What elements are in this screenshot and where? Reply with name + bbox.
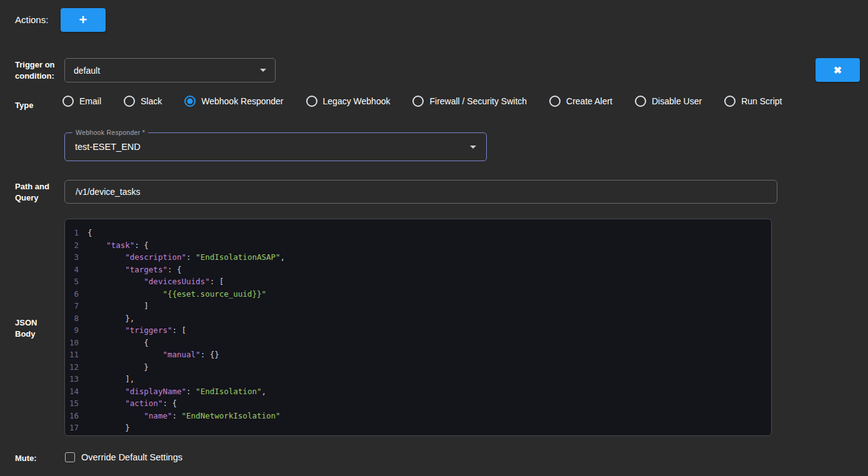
line-number: 18 (65, 434, 87, 437)
type-radio-option[interactable]: Run Script (724, 96, 782, 107)
line-content: "targets": { (87, 264, 182, 276)
line-content: } (87, 422, 130, 434)
radio-icon (124, 96, 135, 107)
line-number: 9 (65, 324, 87, 337)
type-radio-option[interactable]: Slack (124, 96, 162, 107)
line-content: "displayName": "EndIsolation", (87, 385, 266, 398)
type-radio-option[interactable]: Legacy Webhook (306, 96, 391, 107)
type-radio-label: Firewall / Security Switch (429, 96, 527, 106)
line-content: "description": "EndIsolationASAP", (87, 251, 285, 264)
radio-icon (62, 96, 74, 107)
line-number: 8 (65, 312, 87, 325)
line-number: 1 (65, 227, 87, 239)
line-number: 14 (65, 385, 87, 398)
override-default-settings-option[interactable]: Override Default Settings (65, 452, 182, 462)
line-content: "triggers": [ (87, 324, 186, 337)
line-content: "action": { (87, 397, 177, 410)
chevron-down-icon (260, 69, 266, 72)
line-number: 5 (65, 275, 87, 288)
webhook-responder-select[interactable]: Webhook Responder * test-ESET_END (64, 132, 487, 161)
line-content: "manual": {} (87, 349, 219, 361)
type-radio-option[interactable]: Email (62, 96, 101, 107)
type-radio-option[interactable]: Create Alert (549, 96, 612, 107)
code-line: 9 "triggers": [ (65, 324, 771, 337)
code-line: 12 } (65, 361, 771, 374)
type-radio-option[interactable]: Firewall / Security Switch (412, 96, 527, 107)
code-line: 4 "targets": { (65, 264, 771, 276)
code-line: 2 "task": { (65, 239, 771, 252)
line-content: "task": { (87, 239, 149, 252)
radio-icon (724, 96, 736, 107)
line-number: 11 (65, 349, 87, 361)
radio-icon (306, 96, 317, 107)
chevron-down-icon (470, 146, 476, 149)
code-line: 17 } (65, 422, 771, 434)
json-body-editor[interactable]: 1 { 2 "task": { 3 "description": "EndIso… (64, 219, 772, 436)
code-line: 15 "action": { (65, 397, 771, 410)
type-radio-option[interactable]: Disable User (635, 96, 702, 107)
trigger-condition-value: default (74, 66, 100, 76)
path-query-input[interactable] (64, 180, 777, 204)
code-line: 1 { (65, 227, 771, 239)
line-number: 10 (65, 337, 87, 349)
action-config-panel: { "colors": { "background": "#2b2b2b", "… (0, 0, 868, 476)
radio-icon (635, 96, 646, 107)
code-line: 13 ], (65, 373, 771, 385)
line-number: 7 (65, 300, 87, 312)
mute-label: Mute: (15, 453, 59, 464)
code-line: 18 } (65, 434, 771, 437)
type-radio-label: Disable User (652, 96, 702, 106)
radio-icon (412, 96, 424, 107)
line-content: }, (87, 312, 134, 325)
remove-action-button[interactable]: ✖ (816, 58, 860, 82)
line-content: { (87, 227, 92, 239)
radio-icon (184, 96, 196, 107)
code-line: 6 "{{eset.source_uuid}}" (65, 288, 771, 300)
line-content: "devicesUuids": [ (87, 275, 224, 288)
type-radio-label: Webhook Responder (201, 96, 283, 106)
line-number: 2 (65, 239, 87, 252)
line-number: 12 (65, 361, 87, 374)
code-lines: 1 { 2 "task": { 3 "description": "EndIso… (65, 227, 771, 436)
webhook-responder-value: test-ESET_END (75, 142, 141, 152)
webhook-responder-label: Webhook Responder * (72, 129, 148, 136)
type-radio-label: Legacy Webhook (323, 96, 391, 106)
line-content: } (87, 434, 111, 437)
line-number: 15 (65, 397, 87, 410)
actions-label: Actions: (15, 14, 48, 25)
code-line: 16 "name": "EndNetworkIsolation" (65, 410, 771, 422)
line-content: "{{eset.source_uuid}}" (87, 288, 266, 300)
type-radio-label: Run Script (741, 96, 782, 106)
line-number: 6 (65, 288, 87, 300)
line-number: 17 (65, 422, 87, 434)
code-line: 11 "manual": {} (65, 349, 771, 361)
type-radio-option[interactable]: Webhook Responder (184, 96, 283, 107)
json-body-label: JSON Body (15, 317, 59, 340)
radio-icon (549, 96, 561, 107)
line-content: ] (87, 300, 149, 312)
line-number: 3 (65, 251, 87, 264)
mute-checkbox-label: Override Default Settings (81, 452, 182, 462)
add-action-button[interactable]: + (61, 8, 106, 32)
code-line: 10 { (65, 337, 771, 349)
line-number: 4 (65, 264, 87, 276)
code-line: 7 ] (65, 300, 771, 312)
line-content: ], (87, 373, 134, 385)
type-label: Type (15, 100, 59, 111)
type-radio-label: Create Alert (566, 96, 612, 106)
code-line: 8 }, (65, 312, 771, 325)
line-number: 16 (65, 410, 87, 422)
type-options: Email Slack Webhook Responder Legacy Web… (62, 96, 782, 107)
line-content: { (87, 337, 149, 349)
line-content: } (87, 361, 149, 374)
code-line: 5 "devicesUuids": [ (65, 275, 771, 288)
type-radio-label: Email (79, 96, 101, 106)
trigger-condition-label: Trigger on condition: (15, 59, 59, 82)
trigger-condition-select[interactable]: default (64, 58, 276, 82)
code-line: 14 "displayName": "EndIsolation", (65, 385, 771, 398)
line-content: "name": "EndNetworkIsolation" (87, 410, 281, 422)
plus-icon: + (79, 13, 87, 27)
mute-checkbox[interactable] (65, 452, 75, 462)
code-line: 3 "description": "EndIsolationASAP", (65, 251, 771, 264)
line-number: 13 (65, 373, 87, 385)
